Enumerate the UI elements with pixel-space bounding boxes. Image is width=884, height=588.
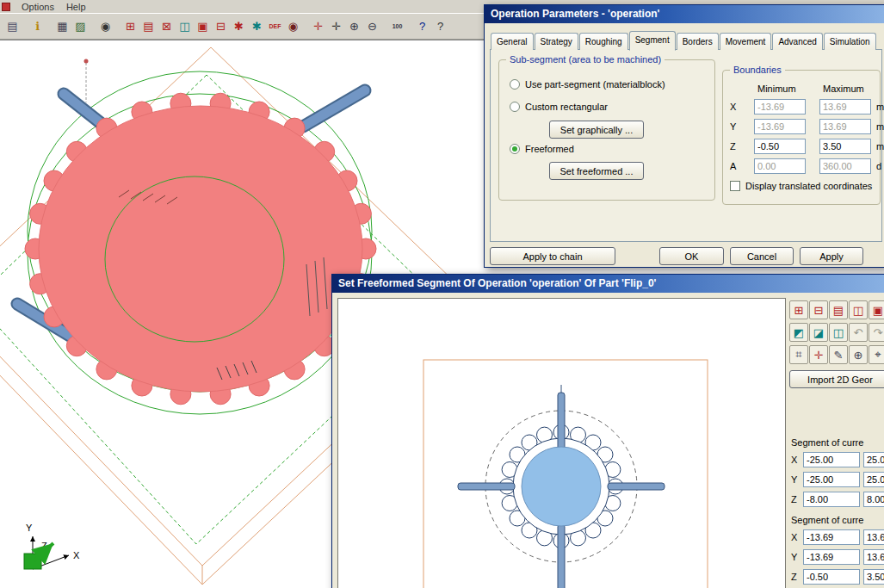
tab-general[interactable]: General xyxy=(491,33,534,50)
seg1-y-max-field[interactable]: 25.00 xyxy=(863,472,884,487)
boundary-row-z: Z -0.50 3.50 m xyxy=(730,139,884,154)
tab-advanced[interactable]: Advanced xyxy=(772,33,822,50)
set-graphically-button[interactable]: Set graphically ... xyxy=(549,121,644,139)
chain-mark-icon[interactable]: ▣ xyxy=(869,300,884,319)
radio-use-part-segment[interactable]: Use part-segment (materialblock) xyxy=(510,79,665,90)
seg2-y-max-field[interactable]: 13.69 xyxy=(863,549,884,565)
tab-segment[interactable]: Segment xyxy=(629,31,676,51)
dialog-title-bar[interactable]: Set Freeformed Segment Of Operation 'ope… xyxy=(332,275,884,293)
y-min-field[interactable]: -13.69 xyxy=(754,119,806,134)
a-min-field[interactable]: 0.00 xyxy=(754,158,806,174)
doc-open-icon[interactable]: ▤ xyxy=(139,17,158,36)
x-max-field[interactable]: 13.69 xyxy=(819,99,871,115)
surface-copy-icon[interactable]: ◪ xyxy=(809,323,828,342)
seg2-y-min-field[interactable]: -13.69 xyxy=(803,549,860,565)
segment1-row-x: X -25.00 25.00 xyxy=(791,452,884,467)
gear-red-icon[interactable]: ✱ xyxy=(230,17,248,36)
seg2-z-min-field[interactable]: -0.50 xyxy=(803,569,860,585)
radio-custom-rectangular[interactable]: Custom rectangular xyxy=(510,102,608,112)
doc-grid-icon[interactable]: ⊟ xyxy=(212,17,230,36)
def-icon[interactable]: DEF xyxy=(266,17,284,36)
z-max-field[interactable]: 3.50 xyxy=(819,139,871,154)
info-icon[interactable]: ℹ xyxy=(28,17,46,36)
dialog-title: Operation Parameters - 'operation' xyxy=(491,8,659,20)
doc-copy-icon[interactable]: ◫ xyxy=(176,17,194,36)
seg1-x-max-field[interactable]: 25.00 xyxy=(863,452,884,467)
chain-copy-icon[interactable]: ◫ xyxy=(849,300,868,319)
freeform-toolbar-row: ⌗✛✎⊕⌖∠ xyxy=(789,345,884,364)
fit-view-icon[interactable]: ⌖ xyxy=(869,345,884,364)
gear-body-3d xyxy=(39,106,362,392)
seg1-z-min-field[interactable]: -8.00 xyxy=(803,492,860,507)
tab-strip: General Strategy Roughing Segment Border… xyxy=(491,32,877,50)
help-icon[interactable]: ? xyxy=(413,17,431,36)
chain-remove-icon[interactable]: ⊟ xyxy=(809,300,828,319)
seg1-z-max-field[interactable]: 8.00 xyxy=(863,492,884,507)
zoom-100-icon[interactable]: 100 xyxy=(388,17,406,36)
ok-button[interactable]: OK xyxy=(659,247,724,265)
axis-label: X xyxy=(791,455,800,465)
seg1-y-min-field[interactable]: -25.00 xyxy=(803,472,860,487)
tab-movement[interactable]: Movement xyxy=(720,33,772,50)
snap-grid-icon[interactable]: ⌗ xyxy=(789,345,808,364)
image-icon[interactable]: ▨ xyxy=(71,17,90,36)
seg2-x-max-field[interactable]: 13.69 xyxy=(863,529,884,545)
context-help-icon[interactable]: ? xyxy=(431,17,449,36)
segment-canvas-drawing xyxy=(338,299,787,588)
axis-label: Z xyxy=(791,572,800,582)
doc-check-icon[interactable]: ⊠ xyxy=(158,17,176,36)
zoom-tool-icon[interactable]: ⊕ xyxy=(849,345,868,364)
surface-box-icon[interactable]: ◫ xyxy=(829,323,848,342)
segment-canvas[interactable] xyxy=(337,298,786,588)
tab-strategy[interactable]: Strategy xyxy=(535,33,578,50)
pick-point-icon[interactable]: ✛ xyxy=(809,345,828,364)
y-max-field[interactable]: 13.69 xyxy=(819,119,871,134)
move-icon[interactable]: ✛ xyxy=(327,17,345,36)
seg2-z-max-field[interactable]: 3.50 xyxy=(863,569,884,585)
surface-select-icon[interactable]: ◩ xyxy=(789,323,808,342)
import-2d-geometry-button[interactable]: Import 2D Geor xyxy=(789,370,884,388)
freeformed-segment-dialog: Set Freeformed Segment Of Operation 'ope… xyxy=(331,274,884,588)
eye-icon[interactable]: ◉ xyxy=(96,17,114,36)
chain-doc-icon[interactable]: ▤ xyxy=(829,300,848,319)
zoom-in-icon[interactable]: ⊕ xyxy=(345,17,363,36)
eye-dark-icon[interactable]: ◉ xyxy=(284,17,302,36)
tab-simulation[interactable]: Simulation xyxy=(824,33,876,50)
checkbox-icon xyxy=(730,181,740,191)
freeform-side-panel: ⊞⊟▤◫▣⊠◩◪◫↶↷▦⌗✛✎⊕⌖∠ Import 2D Geor Segmen… xyxy=(789,298,884,368)
apply-to-chain-button[interactable]: Apply to chain xyxy=(490,247,615,265)
seg2-x-min-field[interactable]: -13.69 xyxy=(803,529,860,545)
tab-roughing[interactable]: Roughing xyxy=(579,33,628,50)
a-max-field[interactable]: 360.00 xyxy=(819,158,871,174)
redo-icon[interactable]: ↷ xyxy=(869,323,884,342)
triad-y-label: Y xyxy=(26,523,33,533)
compass-icon[interactable]: ✛ xyxy=(309,17,327,36)
gear-teal-icon[interactable]: ✱ xyxy=(248,17,266,36)
x-min-field[interactable]: -13.69 xyxy=(754,99,806,115)
radio-freeformed[interactable]: Freeformed xyxy=(510,144,574,154)
display-translated-checkbox[interactable]: Display translated coordinates xyxy=(730,181,872,191)
dialog-title-bar[interactable]: Operation Parameters - 'operation' xyxy=(485,5,884,23)
printer-icon[interactable]: ▤ xyxy=(3,17,22,36)
edit-pencil-icon[interactable]: ✎ xyxy=(829,345,848,364)
radio-label: Freeformed xyxy=(525,144,574,154)
axis-label: X xyxy=(791,532,800,542)
set-freeformed-button[interactable]: Set freeformed ... xyxy=(549,162,644,180)
segment2-row-y: Y -13.69 13.69 xyxy=(791,549,884,565)
seg1-x-min-field[interactable]: -25.00 xyxy=(803,452,860,467)
menu-help[interactable]: Help xyxy=(60,1,92,13)
z-min-field[interactable]: -0.50 xyxy=(754,139,806,154)
x-unit-label: m xyxy=(876,102,884,112)
menu-options[interactable]: Options xyxy=(15,1,60,13)
zoom-out-icon[interactable]: ⊖ xyxy=(363,17,381,36)
freeform-toolbar-row: ⊞⊟▤◫▣⊠ xyxy=(789,300,884,319)
app-logo-icon xyxy=(2,3,10,11)
doc-save-icon[interactable]: ▣ xyxy=(194,17,212,36)
chain-add-icon[interactable]: ⊞ xyxy=(789,300,808,319)
doc-new-icon[interactable]: ⊞ xyxy=(121,17,139,36)
cancel-button[interactable]: Cancel xyxy=(730,247,794,265)
tab-borders[interactable]: Borders xyxy=(677,33,719,50)
apply-button[interactable]: Apply xyxy=(800,247,863,265)
table-icon[interactable]: ▦ xyxy=(53,17,71,36)
undo-icon[interactable]: ↶ xyxy=(849,323,868,342)
